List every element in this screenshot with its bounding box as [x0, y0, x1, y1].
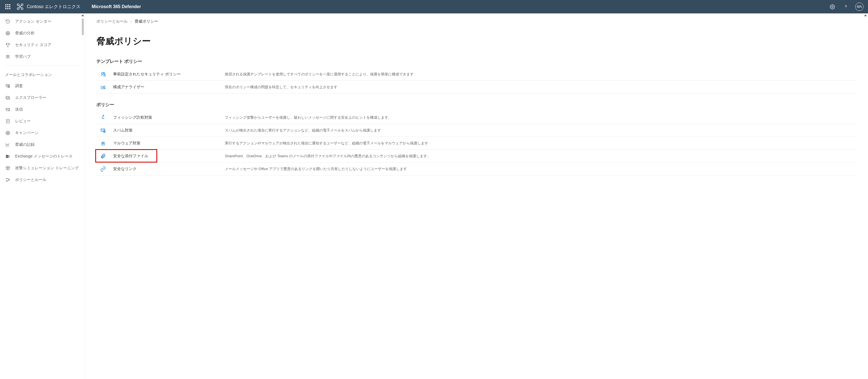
policy-name: 安全な添付ファイル — [113, 154, 225, 159]
svg-point-37 — [103, 72, 104, 73]
breadcrumb-current: 脅威ポリシー — [134, 19, 158, 24]
sidebar-item[interactable]: 脅威の分析 — [0, 27, 85, 39]
policy-row[interactable]: 安全な添付ファイルSharePoint、OneDrive、および Teams の… — [96, 150, 857, 162]
svg-point-15 — [845, 8, 846, 8]
breadcrumb-parent-link[interactable]: ポリシーとルール — [96, 19, 128, 24]
sidebar-item[interactable]: 攻撃シミュレーション トレーニング — [0, 162, 85, 174]
product-name: Microsoft 365 Defender — [92, 4, 141, 9]
sidebar-item-label: ポリシーとルール — [15, 177, 46, 182]
svg-point-13 — [832, 6, 833, 7]
svg-point-22 — [8, 86, 9, 87]
attachment-icon — [96, 153, 113, 159]
sidebar-item-label: Exchange メッセージのトレース — [15, 154, 72, 159]
policy-row[interactable]: 事前設定されたセキュリティ ポリシー推奨される保護テンプレートを使用してすべての… — [96, 68, 857, 81]
svg-rect-1 — [7, 4, 8, 5]
sidebar-item[interactable]: キャンペーン — [0, 127, 85, 139]
app-launcher-button[interactable] — [2, 0, 13, 13]
svg-point-40 — [103, 115, 104, 116]
user-avatar[interactable]: MA — [855, 2, 864, 11]
policy-description: 推奨される保護テンプレートを使用してすべてのポリシーを一度に適用することにより、… — [225, 72, 857, 77]
sidebar-item[interactable]: 調査 — [0, 80, 85, 92]
section-title-policies: ポリシー — [96, 102, 857, 108]
settings-button[interactable] — [826, 0, 838, 13]
sidebar-item-label: 送信 — [15, 107, 23, 112]
svg-rect-38 — [104, 74, 105, 76]
sidebar-item-label: 攻撃シミュレーション トレーニング — [15, 166, 79, 171]
campaign-icon — [5, 130, 10, 136]
sidebar-item-label: 調査 — [15, 84, 23, 89]
chevron-right-icon: › — [130, 19, 132, 24]
svg-rect-0 — [5, 4, 6, 5]
org-name: Contoso エレクトロニクス — [27, 4, 81, 10]
sidebar-item[interactable]: レビュー — [0, 115, 85, 127]
radar-icon — [5, 30, 10, 36]
policy-description: SharePoint、OneDrive、および Teams のメールの添付ファイ… — [225, 154, 857, 159]
svg-rect-41 — [101, 129, 105, 131]
sidebar-item-label: 脅威の記録 — [15, 142, 35, 147]
policy-row[interactable]: フィッシング詐欺対策フィッシング攻撃からユーザーを保護し、疑わしいメッセージに関… — [96, 111, 857, 124]
svg-rect-24 — [7, 97, 10, 99]
svg-rect-8 — [9, 8, 10, 9]
chart-icon — [5, 142, 10, 148]
explorer-icon — [5, 95, 10, 100]
malware-icon — [96, 140, 113, 146]
sidebar-item[interactable]: 脅威の記録 — [0, 139, 85, 151]
sidebar-item[interactable]: Exchange メッセージのトレース — [0, 151, 85, 162]
divider — [5, 65, 80, 66]
top-bar: Contoso エレクトロニクス Microsoft 365 Defender … — [0, 0, 868, 13]
sidebar-item-label: アクション センター — [15, 19, 52, 24]
review-icon — [5, 119, 10, 124]
sidebar-item[interactable]: ポリシーとルール — [0, 174, 85, 186]
svg-point-36 — [102, 72, 103, 74]
send-icon — [5, 107, 10, 112]
breadcrumb: ポリシーとルール › 脅威ポリシー — [96, 19, 857, 24]
svg-point-34 — [6, 181, 7, 182]
link-icon — [96, 166, 113, 172]
help-button[interactable] — [839, 0, 852, 13]
policy-name: 事前設定されたセキュリティ ポリシー — [113, 72, 225, 77]
policy-name: 構成アナライザー — [113, 85, 225, 90]
svg-rect-4 — [7, 6, 8, 7]
analyzer-icon — [96, 84, 113, 90]
scroll-up-arrow-icon[interactable] — [864, 14, 867, 16]
svg-rect-31 — [6, 167, 9, 169]
sidebar-item[interactable]: アクション センター — [0, 15, 85, 27]
section-title-templates: テンプレート ポリシー — [96, 59, 857, 65]
policy-row[interactable]: マルウェア対策実行するアクションやマルウェアが検出された場合に通知するユーザーな… — [96, 137, 857, 150]
sidebar-item-label: レビュー — [15, 119, 31, 124]
scroll-up-arrow-icon[interactable] — [81, 14, 84, 16]
policy-row[interactable]: 構成アナライザー現在のポリシー構成の問題を特定して、セキュリティを向上させます — [96, 81, 857, 94]
sidebar-item[interactable]: セキュリティ スコア — [0, 39, 85, 51]
sidebar-item-label: エクスプローラー — [15, 95, 46, 100]
policy-row[interactable]: 安全なリンクメールメッセージや Office アプリで悪意のあるリンクを開いたり… — [96, 162, 857, 176]
policy-description: メールメッセージや Office アプリで悪意のあるリンクを開いたり共有したりし… — [225, 166, 857, 171]
svg-point-20 — [8, 55, 9, 57]
policy-row[interactable]: スパム対策スパムが検出された場合に実行するアクションなど、組織の電子メールをスパ… — [96, 124, 857, 137]
exchange-icon — [5, 154, 10, 159]
scrollbar-thumb[interactable] — [82, 19, 84, 35]
svg-rect-5 — [9, 6, 10, 7]
sidebar-item-label: セキュリティ スコア — [15, 42, 52, 48]
sidebar-item[interactable]: 学習ハブ — [0, 51, 85, 63]
sidebar-item[interactable]: エクスプローラー — [0, 92, 85, 104]
svg-point-18 — [7, 33, 8, 33]
svg-point-19 — [6, 55, 8, 57]
sidebar-item-label: キャンペーン — [15, 130, 38, 135]
defender-logo-icon — [16, 3, 24, 11]
policy-name: 安全なリンク — [113, 166, 225, 171]
policy-description: 実行するアクションやマルウェアが検出された場合に通知するユーザーなど、組織の電子… — [225, 141, 857, 146]
history-icon — [5, 19, 10, 24]
policy-description: 現在のポリシー構成の問題を特定して、セキュリティを向上させます — [225, 85, 857, 90]
svg-rect-25 — [6, 108, 9, 111]
sidebar-section-label: メールとコラボレーション — [0, 68, 85, 80]
sidebar-item[interactable]: 送信 — [0, 104, 85, 115]
svg-rect-7 — [7, 8, 8, 9]
people-lock-icon — [96, 71, 113, 77]
svg-rect-6 — [5, 8, 6, 9]
policy-name: フィッシング詐欺対策 — [113, 115, 225, 120]
main-content: ポリシーとルール › 脅威ポリシー 脅威ポリシー テンプレート ポリシー 事前設… — [85, 13, 868, 379]
svg-point-33 — [6, 178, 7, 179]
svg-rect-23 — [6, 96, 9, 99]
learn-icon — [5, 54, 10, 60]
sidebar-item-label: 脅威の分析 — [15, 31, 35, 36]
